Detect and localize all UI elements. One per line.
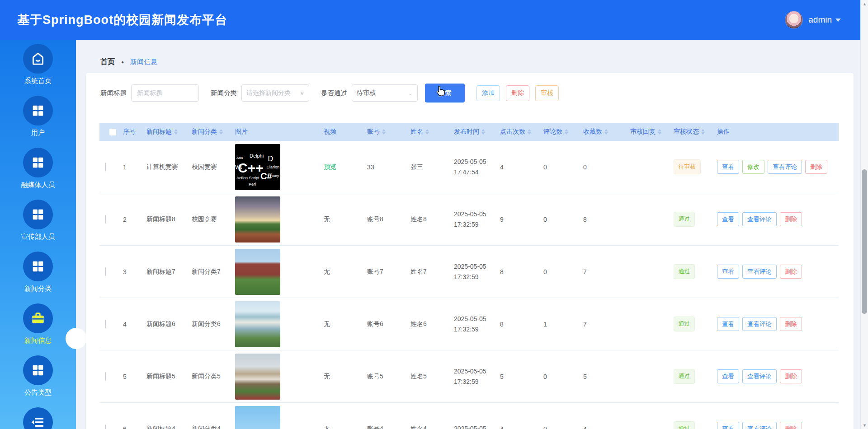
video-preview-link[interactable]: 预览 [324, 163, 336, 170]
sort-icon[interactable] [174, 129, 178, 135]
删除-button[interactable]: 删除 [780, 369, 802, 383]
column-header-审核回复: 审核回复 [626, 128, 669, 136]
sort-desc-icon[interactable] [658, 132, 661, 135]
sort-asc-icon[interactable] [382, 129, 386, 131]
sidebar-item-系统首页[interactable]: 系统首页 [0, 40, 76, 92]
cell-publish-time: 2025-05-0517:32:59 [449, 366, 495, 387]
删除-button[interactable]: 删除 [780, 265, 802, 279]
cell-audit-status: 通过 [669, 212, 712, 227]
row-checkbox[interactable] [105, 163, 106, 171]
sort-icon[interactable] [528, 129, 531, 135]
page-scrollbar[interactable]: ▲ ▼ [860, 0, 868, 429]
pass-filter-label: 是否通过 [321, 89, 347, 98]
avatar[interactable] [785, 11, 803, 29]
video-none-text: 无 [324, 425, 330, 429]
sort-icon[interactable] [658, 129, 661, 135]
breadcrumb-home[interactable]: 首页 [100, 57, 115, 67]
scroll-down-arrow[interactable]: ▼ [861, 421, 868, 429]
cell-account: 账号6 [363, 320, 406, 328]
title-filter-input[interactable] [131, 84, 199, 102]
publish-date: 2025-05-05 [454, 366, 495, 377]
row-checkbox[interactable] [105, 320, 106, 328]
查看评论-button[interactable]: 查看评论 [768, 160, 802, 174]
sort-asc-icon[interactable] [219, 129, 223, 131]
news-image [235, 301, 280, 347]
查看-button[interactable]: 查看 [717, 265, 739, 279]
column-header-label: 审核回复 [630, 128, 656, 136]
sort-asc-icon[interactable] [565, 129, 568, 131]
sidebar-item-新闻分类[interactable]: 新闻分类 [0, 247, 76, 299]
scroll-up-arrow[interactable]: ▲ [861, 0, 868, 8]
column-header-label: 图片 [235, 128, 248, 136]
user-menu[interactable]: admin [785, 11, 841, 29]
news-image [235, 196, 280, 242]
查看-button[interactable]: 查看 [717, 160, 739, 174]
修改-button[interactable]: 修改 [742, 160, 764, 174]
sort-desc-icon[interactable] [528, 132, 531, 135]
sort-icon[interactable] [604, 129, 608, 135]
category-filter-select[interactable]: 请选择新闻分类 ∨ [241, 84, 309, 102]
audit-button[interactable]: 审核 [535, 85, 559, 101]
select-all-checkbox[interactable] [109, 129, 116, 135]
sidebar-item-用户[interactable]: 用户 [0, 92, 76, 144]
sidebar-item-bottom[interactable] [0, 403, 76, 429]
row-checkbox[interactable] [105, 424, 106, 429]
查看评论-button[interactable]: 查看评论 [742, 369, 777, 383]
sort-asc-icon[interactable] [528, 129, 531, 131]
sort-asc-icon[interactable] [425, 129, 429, 131]
publish-date: 2025-05-05 [454, 314, 495, 324]
cell-clicks: 4 [495, 425, 539, 429]
sidebar-item-融媒体人员[interactable]: 融媒体人员 [0, 144, 76, 196]
删除-button[interactable]: 删除 [805, 160, 827, 174]
查看评论-button[interactable]: 查看评论 [742, 265, 777, 279]
sort-icon[interactable] [701, 129, 705, 135]
sort-asc-icon[interactable] [174, 129, 178, 131]
sort-asc-icon[interactable] [701, 129, 705, 131]
查看-button[interactable]: 查看 [717, 369, 739, 383]
sort-desc-icon[interactable] [604, 132, 608, 135]
cell-publish-time: 2025-05-0517:32:59 [449, 209, 495, 230]
sort-desc-icon[interactable] [219, 132, 223, 135]
status-badge: 通过 [674, 369, 695, 384]
sort-desc-icon[interactable] [565, 132, 568, 135]
sort-icon[interactable] [481, 129, 485, 135]
查看-button[interactable]: 查看 [717, 317, 739, 331]
sort-asc-icon[interactable] [481, 129, 485, 131]
row-checkbox[interactable] [105, 372, 106, 381]
table-row: 1计算机竞赛校园竞赛C++DelphiC#Action ScriptPerlAd… [99, 141, 839, 193]
add-button[interactable]: 添加 [476, 85, 500, 101]
cell-video: 无 [319, 425, 363, 429]
row-checkbox[interactable] [105, 215, 106, 224]
sort-desc-icon[interactable] [701, 132, 705, 135]
查看评论-button[interactable]: 查看评论 [742, 212, 777, 226]
sort-desc-icon[interactable] [481, 132, 485, 135]
sidebar-item-宣传部人员[interactable]: 宣传部人员 [0, 196, 76, 247]
sidebar-item-新闻信息[interactable]: 新闻信息 [0, 299, 76, 351]
user-name[interactable]: admin [808, 15, 832, 25]
sort-icon[interactable] [425, 129, 429, 135]
filter-bar: 新闻标题 新闻分类 请选择新闻分类 ∨ 是否通过 待审核 ⌄ 搜索 添加 删除 … [86, 83, 854, 103]
scrollbar-thumb[interactable] [862, 169, 867, 314]
sort-desc-icon[interactable] [174, 132, 178, 135]
column-header-label: 姓名 [410, 128, 423, 136]
delete-button[interactable]: 删除 [506, 85, 529, 101]
查看评论-button[interactable]: 查看评论 [742, 317, 777, 331]
查看评论-button[interactable]: 查看评论 [742, 422, 777, 429]
查看-button[interactable]: 查看 [717, 212, 739, 226]
pass-filter-select[interactable]: 待审核 ⌄ [352, 84, 418, 102]
sort-desc-icon[interactable] [382, 132, 386, 135]
sort-icon[interactable] [565, 129, 568, 135]
cell-actions: 查看查看评论删除 [712, 317, 839, 331]
删除-button[interactable]: 删除 [780, 317, 802, 331]
sidebar-item-公告类型[interactable]: 公告类型 [0, 351, 76, 403]
row-checkbox[interactable] [105, 267, 106, 276]
查看-button[interactable]: 查看 [717, 422, 739, 429]
删除-button[interactable]: 删除 [780, 212, 802, 226]
mouse-cursor [435, 85, 447, 100]
sort-icon[interactable] [219, 129, 223, 135]
sort-asc-icon[interactable] [658, 129, 661, 131]
sort-desc-icon[interactable] [425, 132, 429, 135]
删除-button[interactable]: 删除 [780, 422, 802, 429]
sort-asc-icon[interactable] [604, 129, 608, 131]
sort-icon[interactable] [382, 129, 386, 135]
